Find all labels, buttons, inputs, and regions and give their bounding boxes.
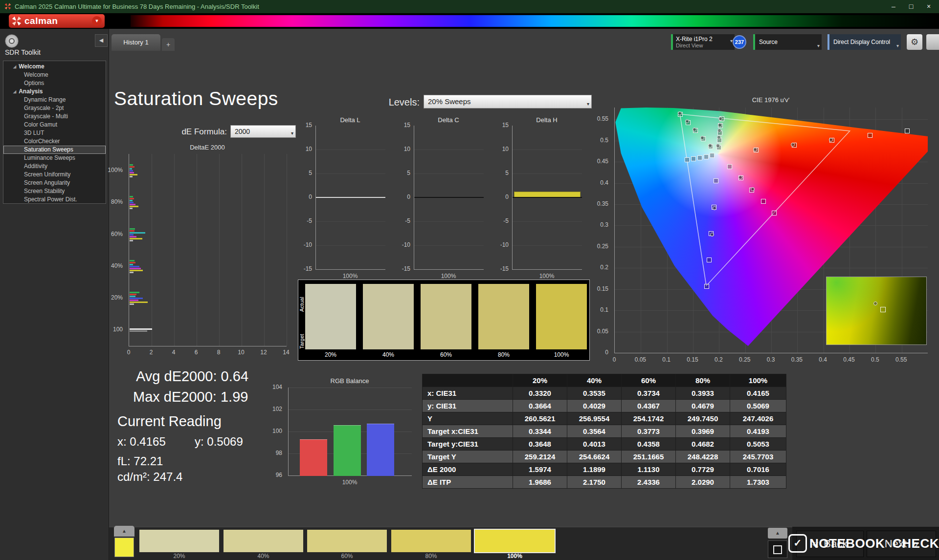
de-formula-dropdown[interactable]: 2000 ▾ bbox=[230, 125, 296, 138]
current-pattern-swatch[interactable] bbox=[114, 538, 134, 557]
sidebar-item-dynamic-range[interactable]: Dynamic Range bbox=[3, 96, 106, 104]
axis-tick-label: 102 bbox=[272, 406, 282, 412]
settings-button[interactable]: ⚙ bbox=[907, 34, 922, 50]
meter-dropdown[interactable]: X-Rite i1Pro 2 Direct View ▾ bbox=[671, 34, 735, 50]
axis-tick-label: 0.1 bbox=[659, 356, 674, 363]
cie-target-marker bbox=[704, 154, 709, 159]
axis-tick-label: 0.4 bbox=[600, 179, 608, 186]
expand-options-button[interactable]: ▲ bbox=[768, 528, 787, 538]
cie-measured-marker bbox=[829, 138, 833, 142]
de-bar bbox=[130, 164, 133, 166]
pattern-drawer-button[interactable]: ▲ bbox=[114, 526, 134, 537]
sidebar-item-spectral-power-dist[interactable]: Spectral Power Dist. bbox=[3, 195, 106, 204]
grid-line bbox=[414, 150, 484, 150]
axis-tick-label: 0.15 bbox=[597, 285, 608, 292]
table-cell: 0.3320 bbox=[513, 387, 567, 400]
sidebar-item-luminance-sweeps[interactable]: Luminance Sweeps bbox=[3, 154, 106, 162]
axis-tick-label: 14 bbox=[281, 349, 291, 356]
display-control-dropdown[interactable]: Direct Display Control ▾ bbox=[827, 34, 901, 50]
de-bar bbox=[130, 168, 132, 170]
row-label: ΔE ITP bbox=[423, 476, 513, 489]
row-label: y: CIE31 bbox=[423, 400, 513, 412]
level-button-80[interactable] bbox=[391, 530, 471, 552]
maximize-button[interactable]: □ bbox=[903, 0, 919, 13]
tree-section-analysis[interactable]: ◢Analysis bbox=[3, 87, 106, 96]
meter-mode: Direct View bbox=[676, 43, 728, 48]
level-button-60[interactable] bbox=[307, 530, 387, 552]
levels-dropdown[interactable]: 20% Sweeps ▾ bbox=[424, 95, 592, 108]
axis-tick-label: 100 bbox=[272, 428, 282, 434]
rgb-bar-blue bbox=[367, 424, 394, 476]
sidebar-item-saturation-sweeps[interactable]: Saturation Sweeps bbox=[3, 146, 106, 154]
source-dropdown[interactable]: Source ▾ bbox=[753, 34, 822, 50]
swatch-label: 60% bbox=[421, 351, 471, 358]
axis-tick-label: 100% bbox=[315, 273, 385, 280]
close-button[interactable]: × bbox=[920, 0, 937, 13]
gear-icon: ⚙ bbox=[911, 37, 918, 47]
axis-tick-label: 104 bbox=[272, 384, 282, 390]
collapse-sidebar-button[interactable]: ◀ bbox=[95, 34, 108, 47]
cie-target-marker bbox=[772, 211, 777, 215]
de-bar bbox=[130, 176, 133, 177]
table-cell: 259.2124 bbox=[513, 451, 567, 463]
axis-tick-label: 0 bbox=[607, 356, 622, 363]
deltae-y-axis: 100%80%60%40%20%100 bbox=[95, 154, 126, 346]
table-cell: 1.5974 bbox=[513, 463, 567, 476]
axis-tick-label: 5 bbox=[293, 170, 312, 176]
table-cell: 2.4336 bbox=[622, 476, 676, 489]
sidebar-item-options[interactable]: Options bbox=[3, 79, 106, 87]
sidebar-item-welcome[interactable]: Welcome bbox=[3, 71, 106, 79]
axis-tick-label: 0.55 bbox=[597, 115, 608, 122]
table-cell: 2.1750 bbox=[567, 476, 622, 489]
chart-title: Delta L bbox=[315, 116, 385, 124]
sidebar-item-additivity[interactable]: Additivity bbox=[3, 162, 106, 171]
add-tab-button[interactable]: + bbox=[162, 38, 175, 51]
sidebar-item-screen-angularity[interactable]: Screen Angularity bbox=[3, 179, 106, 187]
grid-line bbox=[414, 221, 484, 222]
level-button-20[interactable] bbox=[139, 530, 219, 552]
axis-tick-label: 0 bbox=[293, 194, 312, 200]
max-de2000: Max dE2000: 1.99 bbox=[133, 389, 248, 405]
sidebar-item-colorchecker[interactable]: ColorChecker bbox=[3, 137, 106, 146]
grid-line bbox=[513, 245, 582, 246]
axis-tick-label: 0.35 bbox=[789, 356, 804, 363]
calman-window: Calman 2025 Calman Ultimate for Business… bbox=[0, 0, 939, 560]
table-header-cell: 40% bbox=[567, 374, 622, 387]
axis-tick-label: -5 bbox=[490, 217, 509, 224]
sidebar-item-screen-stability[interactable]: Screen Stability bbox=[3, 187, 106, 195]
level-button-100[interactable] bbox=[475, 530, 555, 552]
edge-panel-button[interactable] bbox=[926, 34, 939, 50]
grid-line bbox=[513, 221, 582, 222]
level-button-40[interactable] bbox=[224, 530, 303, 552]
sidebar-item-color-gamut[interactable]: Color Gamut bbox=[3, 121, 106, 129]
grid-line bbox=[414, 173, 484, 174]
axis-tick-label: -15 bbox=[293, 265, 312, 272]
calman-logo[interactable]: calman ▾ bbox=[9, 14, 105, 28]
pattern-window-button[interactable] bbox=[768, 540, 787, 558]
axis-tick-label: 2 bbox=[146, 349, 156, 356]
grid-line bbox=[316, 221, 385, 222]
minimize-button[interactable]: – bbox=[885, 0, 902, 13]
sidebar-item-screen-uniformity[interactable]: Screen Uniformity bbox=[3, 171, 106, 179]
sidebar-item-grayscale-multi[interactable]: Grayscale - Multi bbox=[3, 112, 106, 121]
sidebar-item-3d-lut[interactable]: 3D LUT bbox=[3, 129, 106, 137]
de-bar bbox=[130, 266, 139, 267]
row-label: Target y:CIE31 bbox=[423, 438, 513, 451]
tree-section-welcome[interactable]: ◢Welcome bbox=[3, 63, 106, 71]
cie-target-marker bbox=[714, 178, 718, 183]
notebookcheck-watermark: ✓ NOTEBOOK CHECK bbox=[788, 533, 939, 554]
table-cell: 0.3664 bbox=[513, 400, 567, 412]
zero-line bbox=[414, 197, 484, 198]
table-cell: 0.3648 bbox=[513, 438, 567, 451]
cie-target-marker bbox=[710, 153, 715, 158]
de-bar bbox=[130, 298, 143, 299]
grid-line bbox=[287, 154, 287, 346]
logo-dropdown-icon[interactable]: ▾ bbox=[92, 16, 102, 26]
sidebar-item-grayscale-2pt[interactable]: Grayscale - 2pt bbox=[3, 104, 106, 112]
tab-history-1[interactable]: History 1 bbox=[112, 34, 160, 51]
axis-tick-label: 0 bbox=[124, 349, 134, 356]
table-header-cell: 80% bbox=[676, 374, 730, 387]
home-button[interactable] bbox=[5, 34, 19, 48]
rgb-balance-x-label: 100% bbox=[288, 479, 411, 486]
cie-target-marker bbox=[697, 155, 702, 160]
